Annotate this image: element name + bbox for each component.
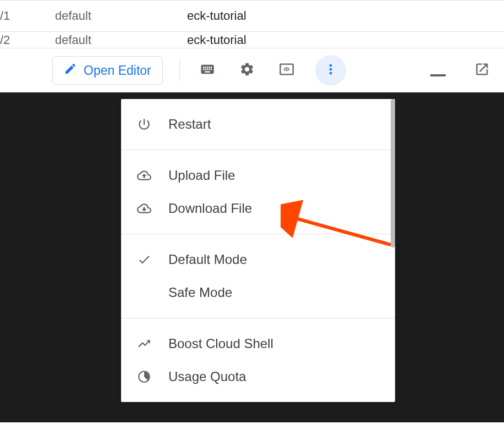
toolbar-icons <box>196 55 346 86</box>
more-options-button[interactable] <box>315 55 346 86</box>
scrollbar[interactable] <box>391 99 395 247</box>
keyboard-icon <box>200 62 215 79</box>
menu-label: Default Mode <box>168 252 247 267</box>
cell-id: /2 <box>0 33 55 47</box>
power-icon <box>136 117 152 132</box>
trending-up-icon <box>136 336 152 351</box>
menu-item-default-mode[interactable]: Default Mode <box>121 243 395 276</box>
settings-button[interactable] <box>236 59 258 81</box>
more-vert-icon <box>323 62 338 79</box>
divider <box>179 59 180 81</box>
toolbar-right <box>427 59 493 81</box>
web-preview-button[interactable] <box>276 59 298 81</box>
menu-label: Safe Mode <box>168 285 232 300</box>
gear-icon <box>239 62 255 79</box>
open-new-window-button[interactable] <box>471 59 493 81</box>
table-row[interactable]: /1 default eck-tutorial <box>0 0 504 32</box>
menu-item-safe-mode[interactable]: Safe Mode <box>121 276 395 309</box>
toolbar: Open Editor <box>0 48 504 92</box>
cell-namespace: default <box>55 9 187 23</box>
minimize-button[interactable] <box>427 59 449 81</box>
more-options-menu: Restart Upload File Download File Defaul… <box>121 99 395 402</box>
pencil-icon <box>64 62 77 79</box>
menu-item-download[interactable]: Download File <box>121 192 395 225</box>
cell-namespace: default <box>55 33 187 47</box>
table-row[interactable]: /2 default eck-tutorial <box>0 32 504 48</box>
keyboard-button[interactable] <box>196 59 218 81</box>
circular-progress-icon <box>136 369 152 384</box>
menu-label: Boost Cloud Shell <box>168 336 273 351</box>
menu-label: Download File <box>168 201 252 216</box>
cell-name: eck-tutorial <box>187 9 504 23</box>
open-in-new-icon <box>474 62 490 79</box>
menu-item-boost[interactable]: Boost Cloud Shell <box>121 327 395 360</box>
menu-item-upload[interactable]: Upload File <box>121 159 395 192</box>
menu-item-restart[interactable]: Restart <box>121 108 395 141</box>
menu-label: Upload File <box>168 168 235 183</box>
menu-label: Usage Quota <box>168 369 246 384</box>
open-editor-label: Open Editor <box>84 63 151 78</box>
menu-item-usage-quota[interactable]: Usage Quota <box>121 360 395 393</box>
preview-icon <box>279 62 294 79</box>
table-area: /1 default eck-tutorial /2 default eck-t… <box>0 0 504 48</box>
check-icon <box>136 252 152 267</box>
cloud-download-icon <box>136 201 152 216</box>
cloud-upload-icon <box>136 168 152 183</box>
cell-id: /1 <box>0 9 55 23</box>
minimize-icon <box>430 74 446 76</box>
open-editor-button[interactable]: Open Editor <box>52 56 163 85</box>
menu-label: Restart <box>168 117 211 132</box>
cell-name: eck-tutorial <box>187 33 504 47</box>
